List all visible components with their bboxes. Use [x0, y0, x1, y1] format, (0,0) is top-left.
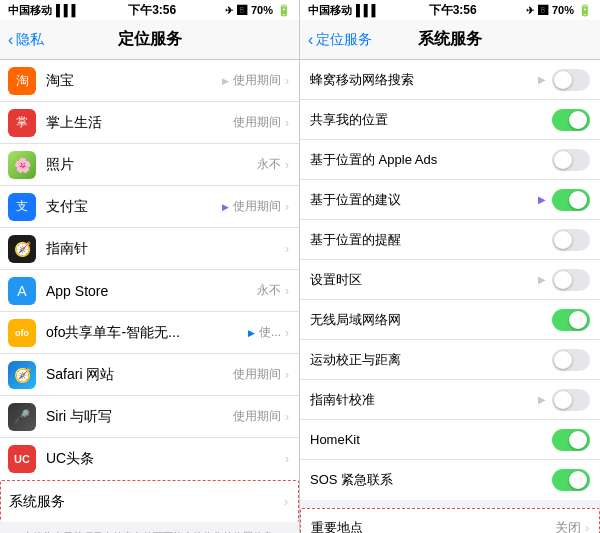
left-time: 下午3:56: [128, 2, 176, 19]
left-status-right: ✈ 🅱 70% 🔋: [225, 4, 291, 17]
photos-icon: 🌸: [8, 151, 36, 179]
list-item-appstore[interactable]: A App Store 永不 ›: [0, 270, 299, 312]
siri-label: Siri 与听写: [46, 408, 233, 426]
list-item-uc[interactable]: UC UC头条 ›: [0, 438, 299, 480]
taobao-chevron: ›: [285, 74, 289, 88]
right-status-bar: 中国移动 ▌▌▌ 下午3:56 ✈ 🅱 70% 🔋: [300, 0, 600, 20]
important-location-chevron: ›: [585, 521, 589, 533]
safari-icon: 🧭: [8, 361, 36, 389]
list-item-ofo[interactable]: ofo ofo共享单车-智能无... ▶ 使... ›: [0, 312, 299, 354]
left-bluetooth: 🅱: [237, 5, 247, 16]
appstore-icon: A: [8, 277, 36, 305]
left-status-bar: 中国移动 ▌▌▌ 下午3:56 ✈ 🅱 70% 🔋: [0, 0, 299, 20]
list-item-taobao[interactable]: 淘 淘宝 ▶ 使用期间 ›: [0, 60, 299, 102]
apple-ads-toggle[interactable]: [552, 149, 590, 171]
uc-chevron: ›: [285, 452, 289, 466]
system-services-item[interactable]: 系统服务 ›: [0, 480, 299, 522]
taobao-location-arrow: ▶: [222, 76, 229, 86]
ofo-icon: ofo: [8, 319, 36, 347]
left-status-left: 中国移动 ▌▌▌: [8, 3, 79, 18]
right-back-chevron: ‹: [308, 31, 313, 49]
safari-label: Safari 网站: [46, 366, 233, 384]
apple-ads-label: 基于位置的 Apple Ads: [310, 151, 552, 169]
right-spacer: [300, 500, 600, 508]
system-services-label: 系统服务: [9, 493, 284, 511]
compass-cal-label: 指南针校准: [310, 391, 538, 409]
photos-value: 永不: [257, 156, 281, 173]
wifi-toggle[interactable]: [552, 309, 590, 331]
motion-toggle[interactable]: [552, 349, 590, 371]
footer-notes: ◆ 空箭头表示某项目在特定条件下可能会接收您的位置信息。 ▶ 紫色箭头表示某项目…: [0, 522, 299, 533]
uc-icon: UC: [8, 445, 36, 473]
wifi-label: 无线局域网络网: [310, 311, 552, 329]
timezone-toggle[interactable]: [552, 269, 590, 291]
appstore-label: App Store: [46, 283, 257, 299]
list-item-safari[interactable]: 🧭 Safari 网站 使用期间 ›: [0, 354, 299, 396]
taobao-value: 使用期间: [233, 72, 281, 89]
left-back-label: 隐私: [16, 31, 44, 49]
shanshang-label: 掌上生活: [46, 114, 233, 132]
right-item-homekit[interactable]: HomeKit: [300, 420, 600, 460]
left-panel: 中国移动 ▌▌▌ 下午3:56 ✈ 🅱 70% 🔋 ‹ 隐私 定位服务 淘 淘宝…: [0, 0, 300, 533]
right-signal: ▌▌▌: [356, 4, 379, 16]
siri-value: 使用期间: [233, 408, 281, 425]
right-status-left: 中国移动 ▌▌▌: [308, 3, 379, 18]
list-item-siri[interactable]: 🎤 Siri 与听写 使用期间 ›: [0, 396, 299, 438]
list-item-shanshang[interactable]: 掌 掌上生活 使用期间 ›: [0, 102, 299, 144]
homekit-toggle[interactable]: [552, 429, 590, 451]
right-item-wifi[interactable]: 无线局域网络网: [300, 300, 600, 340]
cellular-toggle[interactable]: [552, 69, 590, 91]
motion-label: 运动校正与距离: [310, 351, 552, 369]
system-services-section: 系统服务 ›: [0, 480, 299, 522]
left-battery-pct: 70%: [251, 4, 273, 16]
cellular-label: 蜂窝移动网络搜索: [310, 71, 538, 89]
list-item-photos[interactable]: 🌸 照片 永不 ›: [0, 144, 299, 186]
right-item-reminders[interactable]: 基于位置的提醒: [300, 220, 600, 260]
list-item-alipay[interactable]: 支 支付宝 ▶ 使用期间 ›: [0, 186, 299, 228]
uc-label: UC头条: [46, 450, 285, 468]
siri-chevron: ›: [285, 410, 289, 424]
left-list: 淘 淘宝 ▶ 使用期间 › 掌 掌上生活 使用期间 › 🌸 照片 永不 › 支 …: [0, 60, 299, 480]
ofo-location-arrow: ▶: [248, 328, 255, 338]
list-item-compass[interactable]: 🧭 指南针 ›: [0, 228, 299, 270]
right-item-apple-ads[interactable]: 基于位置的 Apple Ads: [300, 140, 600, 180]
share-location-label: 共享我的位置: [310, 111, 552, 129]
important-location-item[interactable]: 重要地点 关闭 ›: [300, 508, 600, 533]
safari-value: 使用期间: [233, 366, 281, 383]
timezone-label: 设置时区: [310, 271, 538, 289]
ofo-label: ofo共享单车-智能无...: [46, 324, 248, 342]
right-item-motion[interactable]: 运动校正与距离: [300, 340, 600, 380]
right-item-sos[interactable]: SOS 紧急联系: [300, 460, 600, 500]
sos-label: SOS 紧急联系: [310, 471, 552, 489]
right-item-timezone[interactable]: 设置时区 ▶: [300, 260, 600, 300]
suggestions-toggle[interactable]: [552, 189, 590, 211]
taobao-icon: 淘: [8, 67, 36, 95]
right-back-label: 定位服务: [316, 31, 372, 49]
alipay-location-arrow: ▶: [222, 202, 229, 212]
compass-icon: 🧭: [8, 235, 36, 263]
compass-cal-toggle[interactable]: [552, 389, 590, 411]
suggestions-location-arrow: ▶: [538, 194, 546, 205]
share-location-toggle[interactable]: [552, 109, 590, 131]
right-item-share-location[interactable]: 共享我的位置: [300, 100, 600, 140]
shanshang-icon: 掌: [8, 109, 36, 137]
left-back-chevron: ‹: [8, 31, 13, 49]
cellular-location-arrow: ▶: [538, 74, 546, 85]
right-list: 蜂窝移动网络搜索 ▶ 共享我的位置 基于位置的 Apple Ads 基于位置的建…: [300, 60, 600, 500]
compass-label: 指南针: [46, 240, 285, 258]
right-item-compass-cal[interactable]: 指南针校准 ▶: [300, 380, 600, 420]
right-item-suggestions[interactable]: 基于位置的建议 ▶: [300, 180, 600, 220]
appstore-chevron: ›: [285, 284, 289, 298]
left-location-icon: ✈: [225, 5, 233, 16]
right-carrier: 中国移动: [308, 3, 352, 18]
right-time: 下午3:56: [429, 2, 477, 19]
reminders-toggle[interactable]: [552, 229, 590, 251]
left-back-button[interactable]: ‹ 隐私: [8, 31, 44, 49]
sos-toggle[interactable]: [552, 469, 590, 491]
right-back-button[interactable]: ‹ 定位服务: [308, 31, 372, 49]
siri-icon: 🎤: [8, 403, 36, 431]
important-location-label: 重要地点: [311, 519, 555, 533]
right-item-cellular[interactable]: 蜂窝移动网络搜索 ▶: [300, 60, 600, 100]
compass-cal-location-arrow: ▶: [538, 394, 546, 405]
compass-chevron: ›: [285, 242, 289, 256]
